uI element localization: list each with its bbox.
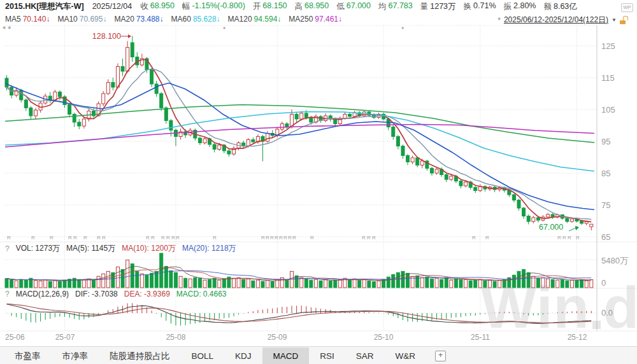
rights-event-marker: R (288, 235, 292, 241)
volume-legend-text: MA(5): 1145万 (66, 243, 115, 254)
price-axis-tick: 95 (601, 137, 610, 146)
macd-legend-text: MACD(12,26,9) (16, 290, 69, 298)
tab-市盈率[interactable]: 市盈率 (4, 347, 52, 364)
tab-SAR[interactable]: SAR (345, 347, 385, 364)
add-indicator-button[interactable]: + (435, 351, 446, 361)
tab-KDJ[interactable]: KDJ (224, 347, 262, 364)
volume-axis-zero: 0 (601, 278, 606, 288)
rights-event-marker: R (176, 235, 180, 241)
x-axis-month-label: 25-12 (568, 333, 587, 342)
macd-legend-row: ? MACD(12,26,9)DIF: -3.7038DEA: -3.9369M… (5, 290, 227, 298)
event-asterisk-marker: * (401, 25, 404, 33)
volume-legend-text: MA(10): 1200万 (122, 243, 176, 254)
rights-event-marker: R (50, 235, 54, 241)
tab-W&R[interactable]: W&R (385, 347, 427, 364)
x-axis-month-label: 25-08 (166, 333, 186, 342)
price-axis-tick: 85 (601, 169, 610, 178)
rights-event-marker: R (557, 235, 561, 241)
rights-event-marker: R (102, 235, 106, 241)
tab-BOLL[interactable]: BOLL (181, 347, 225, 364)
rights-event-marker: R (146, 235, 150, 241)
rights-event-marker: R (372, 235, 376, 241)
price-axis-tick: 105 (601, 105, 615, 115)
tab-市净率[interactable]: 市净率 (52, 347, 99, 364)
x-axis-month-label: 25-07 (55, 333, 75, 342)
x-axis-month-label: 25-11 (471, 333, 490, 342)
price-axis-tick: 65 (601, 232, 610, 242)
price-axis-tick: 115 (601, 73, 615, 83)
x-axis-month-label: 25-06 (5, 333, 25, 342)
x-axis-month-label: 25-10 (374, 333, 394, 342)
rights-event-marker: R (292, 235, 296, 241)
rights-event-marker: R (283, 235, 287, 241)
stock-chart-window: 2015.HK[理想汽车-W] 2025/12/04 收68.950幅-1.15… (0, 0, 637, 364)
tab-陆股通持股占比[interactable]: 陆股通持股占比 (99, 347, 181, 364)
rights-event-marker: R (310, 235, 314, 241)
rights-event-marker: R (151, 235, 155, 241)
volume-legend-text: MA(20): 1218万 (182, 243, 236, 254)
rights-event-marker: R (362, 235, 366, 241)
rights-event-marker: R (576, 235, 580, 241)
macd-legend-text: DIF: -3.7038 (75, 290, 118, 298)
price-axis-tick: 125 (601, 41, 615, 51)
rights-event-marker: R (97, 235, 101, 241)
price-axis-tick: 75 (601, 200, 610, 210)
tab-MACD[interactable]: MACD (262, 347, 310, 364)
rights-event-marker: R (472, 235, 476, 241)
volume-legend-row: ? VOL: 1273万MA(5): 1145万MA(10): 1200万MA(… (5, 243, 236, 254)
x-axis-month-label: 25-09 (268, 333, 287, 342)
rights-event-marker: R (367, 235, 371, 241)
rights-event-marker: R (213, 235, 217, 241)
macd-legend-text: MACD: 0.4663 (176, 290, 227, 298)
volume-legend-text: VOL: 1273万 (16, 243, 60, 254)
rights-event-marker: R (83, 235, 87, 241)
event-asterisk-marker: * (223, 25, 225, 33)
event-star-marker: ★★ (2, 25, 12, 31)
macd-legend-text: DEA: -3.9369 (124, 290, 170, 298)
rights-event-marker: R (171, 235, 175, 241)
indicator-tabbar: 市盈率市净率陆股通持股占比BOLLKDJMACDRSISARW&R + (0, 346, 637, 364)
high-price-annotation: 128.100 (88, 32, 121, 41)
rights-event-marker: R (261, 235, 265, 241)
rights-event-marker: R (73, 235, 77, 241)
rights-event-marker: R (7, 235, 11, 241)
help-icon[interactable]: ? (5, 244, 10, 253)
rights-event-marker: R (279, 235, 283, 241)
rights-event-marker: R (485, 235, 489, 241)
rights-event-marker: R (161, 235, 165, 241)
low-price-annotation: 67.000 (539, 223, 563, 232)
tab-RSI[interactable]: RSI (309, 347, 345, 364)
rights-event-marker: R (166, 235, 170, 241)
help-icon[interactable]: ? (5, 290, 10, 298)
rights-event-marker: R (31, 235, 35, 241)
rights-event-marker: R (568, 235, 571, 241)
rights-event-marker: R (266, 235, 269, 241)
chart-plot-area[interactable] (0, 0, 637, 364)
rights-event-marker: R (68, 235, 72, 241)
rights-event-marker: R (562, 235, 566, 241)
rights-event-marker: R (270, 235, 274, 241)
macd-axis-zero: 0.0 (601, 308, 613, 318)
volume-axis-max: 5480万 (601, 255, 628, 267)
rights-event-marker: R (275, 235, 278, 241)
